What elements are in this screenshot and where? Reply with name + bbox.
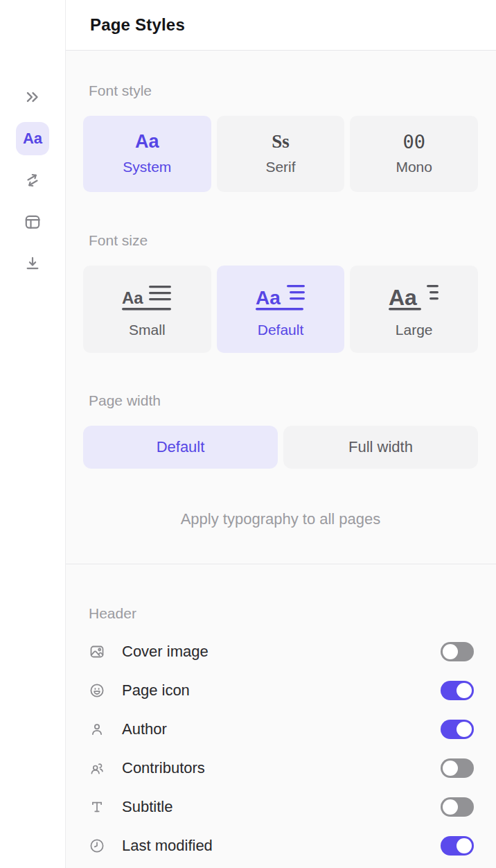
export-button[interactable] (16, 247, 49, 280)
collapse-panel-button[interactable] (16, 80, 49, 114)
toggle-knob (457, 722, 472, 737)
panel-header: Page Styles (66, 0, 496, 51)
option-label: System (123, 159, 171, 175)
option-label: Default (258, 322, 304, 338)
font-size-small-icon: Aa (121, 281, 172, 313)
smiley-icon (89, 682, 105, 699)
setting-label: Last modified (122, 837, 213, 855)
option-label: Serif (265, 159, 295, 175)
panel-title: Page Styles (90, 15, 185, 35)
font-style-option-serif[interactable]: Ss Serif (217, 116, 345, 192)
tab-layout-options[interactable] (16, 205, 49, 238)
font-style-option-mono[interactable]: 00 Mono (350, 116, 478, 192)
page-width-option-full-width[interactable]: Full width (283, 426, 478, 469)
page-width-option-default[interactable]: Default (83, 426, 278, 469)
setting-row-subtitle: Subtitle (83, 788, 474, 826)
toggle-knob (443, 761, 458, 776)
option-label: Default (157, 438, 205, 456)
people-icon (89, 760, 105, 776)
font-size-option-small[interactable]: Aa Small (83, 266, 211, 353)
download-icon (24, 254, 42, 272)
setting-row-cover-image: Cover image (83, 632, 474, 671)
setting-row-contributors: Contributors (83, 749, 474, 788)
page-width-options: Default Full width (83, 426, 478, 469)
person-icon (89, 721, 105, 738)
tab-sync-options[interactable] (16, 164, 49, 197)
font-size-large-icon: Aa (389, 281, 440, 313)
setting-label: Contributors (122, 759, 205, 777)
serif-t-icon (89, 799, 105, 815)
page-icon-toggle[interactable] (441, 681, 474, 700)
swap-arrows-icon (24, 171, 42, 189)
setting-row-page-icon: Page icon (83, 671, 474, 710)
font-style-option-system[interactable]: Aa System (83, 116, 211, 192)
author-toggle[interactable] (441, 720, 474, 739)
setting-label: Page icon (122, 682, 190, 700)
cover-image-icon (89, 643, 105, 660)
cover-image-toggle[interactable] (441, 642, 474, 661)
layout-panels-icon (24, 213, 42, 231)
svg-text:Aa: Aa (122, 288, 143, 307)
left-icon-rail: Aa (0, 0, 66, 868)
apply-typography-button[interactable]: Apply typography to all pages (83, 510, 478, 528)
last-modified-toggle[interactable] (441, 836, 474, 856)
svg-text:Aa: Aa (389, 285, 417, 310)
setting-label: Cover image (122, 643, 209, 661)
setting-label: Subtitle (122, 798, 172, 816)
setting-row-author: Author (83, 710, 474, 749)
page-styles-panel: Page Styles Font style Aa System Ss Seri… (66, 0, 496, 868)
font-style-options: Aa System Ss Serif 00 Mono (83, 116, 478, 192)
option-label: Full width (348, 438, 413, 456)
font-size-option-default[interactable]: Aa Default (217, 266, 345, 353)
toggle-knob (443, 644, 458, 659)
header-settings-rows: Cover image Page icon (83, 632, 474, 865)
font-size-options: Aa Small Aa D (83, 266, 478, 353)
tab-page-styles[interactable]: Aa (16, 122, 49, 155)
text-style-icon: Aa (23, 130, 42, 148)
option-label: Mono (396, 159, 432, 175)
toggle-knob (443, 799, 458, 815)
toggle-knob (457, 683, 472, 698)
option-label: Small (129, 322, 166, 338)
subtitle-toggle[interactable] (441, 797, 474, 817)
page-width-label: Page width (83, 392, 478, 409)
header-settings-label: Header (83, 605, 474, 622)
svg-text:Aa: Aa (256, 287, 281, 309)
setting-row-last-modified: Last modified (83, 826, 474, 865)
font-size-default-icon: Aa (255, 281, 306, 313)
setting-label: Author (122, 720, 167, 738)
font-size-option-large[interactable]: Aa Large (350, 266, 478, 353)
double-chevron-right-icon (24, 88, 42, 106)
serif-font-glyph: Ss (272, 132, 290, 151)
typography-section: Font style Aa System Ss Serif 00 Mono Fo… (66, 51, 496, 564)
header-settings-section: Header Cover image (66, 564, 496, 865)
font-style-label: Font style (83, 83, 478, 99)
system-font-glyph: Aa (135, 132, 159, 151)
contributors-toggle[interactable] (441, 758, 474, 778)
clock-icon (89, 837, 105, 854)
mono-font-glyph: 00 (402, 132, 425, 151)
toggle-knob (457, 838, 472, 853)
app-window: Aa Page Styles Font style (0, 0, 496, 868)
option-label: Large (396, 322, 433, 338)
font-size-label: Font size (83, 232, 478, 249)
